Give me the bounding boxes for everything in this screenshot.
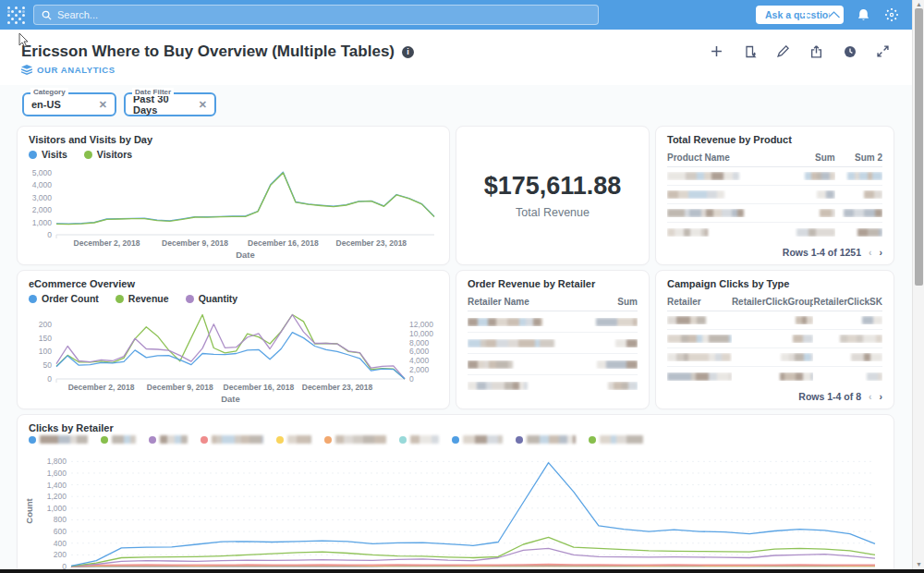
auto-refresh-clock-icon[interactable] [843, 44, 857, 58]
column-header[interactable]: Sum [779, 152, 835, 163]
legend-item[interactable] [324, 435, 386, 444]
breadcrumb[interactable]: OUR ANALYTICS [21, 65, 116, 75]
next-page-icon[interactable]: › [880, 247, 883, 258]
table-row[interactable] [667, 223, 882, 241]
card-title: Total Revenue by Product [667, 134, 792, 145]
table-row[interactable] [667, 186, 882, 204]
table-header-row: RetailerRetailerClickGroupRetailerClickS… [667, 293, 882, 311]
svg-text:1,600: 1,600 [47, 469, 67, 478]
clicks-line-chart[interactable]: 02004006008001,0001,2001,4001,6001,800De… [23, 450, 884, 573]
total-revenue-label: Total Revenue [516, 206, 590, 219]
card-ecommerce-overview: eCommerce Overview Order CountRevenueQua… [17, 270, 450, 409]
vertical-scrollbar[interactable]: ▲ ▼ [912, 0, 924, 573]
svg-text:2,000: 2,000 [32, 205, 53, 214]
legend-item[interactable]: Visitors [84, 149, 132, 160]
legend-item[interactable] [201, 435, 263, 444]
svg-text:December 2, 2018: December 2, 2018 [68, 383, 135, 392]
card-title: Visitors and Visits by Day [29, 134, 152, 145]
redacted-text [667, 172, 739, 180]
card-total-revenue: $175,611.88 Total Revenue [456, 126, 650, 265]
svg-text:December 9, 2018: December 9, 2018 [162, 238, 228, 248]
legend-label: Quantity [199, 293, 238, 304]
collections-icon[interactable] [827, 7, 842, 22]
redacted-text [857, 228, 882, 237]
table-row[interactable] [468, 354, 638, 375]
column-header[interactable]: Retailer [667, 297, 732, 307]
svg-text:200: 200 [54, 550, 67, 559]
search-input[interactable]: Search... [33, 5, 599, 25]
column-header[interactable]: Retailer Name [468, 297, 566, 307]
notifications-bell-icon[interactable] [856, 7, 870, 22]
table-cell [667, 190, 779, 199]
date-filter-clear-icon[interactable]: ✕ [199, 99, 207, 111]
legend-dot-icon [116, 295, 124, 303]
redacted-text [468, 360, 513, 369]
edit-pencil-icon[interactable] [776, 44, 790, 58]
legend-item[interactable] [276, 435, 311, 444]
table-row[interactable] [667, 367, 882, 385]
prev-page-icon[interactable]: ‹ [869, 247, 872, 258]
redacted-text [335, 435, 386, 444]
bookmark-icon[interactable] [743, 44, 757, 58]
scroll-down-icon[interactable]: ▼ [913, 560, 924, 569]
category-filter[interactable]: Category en-US ✕ [22, 92, 116, 116]
info-icon[interactable]: i [402, 46, 414, 58]
table-row[interactable] [667, 167, 882, 186]
redacted-text [287, 435, 311, 444]
svg-text:150: 150 [39, 334, 52, 343]
legend-item[interactable] [29, 435, 88, 444]
svg-text:4,000: 4,000 [32, 180, 53, 189]
svg-text:Count: Count [24, 497, 34, 523]
column-header[interactable]: Sum 2 [835, 152, 882, 163]
redacted-chart-legend[interactable] [29, 435, 643, 444]
legend-item[interactable] [149, 435, 188, 444]
table-cell [667, 316, 732, 324]
prev-page-icon[interactable]: ‹ [869, 391, 872, 402]
legend-item[interactable] [101, 435, 136, 444]
redacted-text [781, 353, 813, 361]
legend-item[interactable]: Order Count [29, 293, 99, 304]
column-header[interactable]: Product Name [667, 152, 779, 163]
add-question-icon[interactable] [710, 44, 723, 58]
svg-text:0: 0 [47, 230, 52, 239]
scrollbar-thumb[interactable] [915, 8, 923, 286]
table-row[interactable] [667, 348, 882, 367]
fullscreen-icon[interactable] [876, 44, 890, 58]
share-icon[interactable] [809, 44, 823, 58]
date-filter[interactable]: Date Filter Past 30 Days ✕ [124, 92, 216, 116]
table-cell [566, 318, 638, 326]
column-header[interactable]: RetailerClickGroup [732, 297, 814, 307]
svg-text:1,400: 1,400 [47, 481, 67, 490]
table-row[interactable] [468, 333, 638, 354]
ecommerce-line-chart[interactable]: 05010015020002,0004,0006,0008,00010,0001… [23, 308, 447, 405]
table-row[interactable] [468, 375, 638, 396]
table-cell [468, 360, 566, 369]
redacted-text [805, 172, 835, 180]
redacted-text [596, 318, 638, 326]
legend-item[interactable]: Visits [29, 149, 67, 160]
legend-label: Visitors [97, 149, 132, 160]
table-cell [813, 372, 882, 381]
next-page-icon[interactable]: › [880, 391, 883, 402]
table-row[interactable] [667, 204, 882, 223]
column-header[interactable]: RetailerClickSKU [813, 297, 882, 307]
date-filter-label: Date Filter [132, 88, 174, 96]
new-item-icon[interactable] [798, 7, 813, 22]
table-row[interactable] [667, 311, 882, 330]
metabase-logo-icon[interactable] [7, 6, 24, 23]
chart-legend: Order CountRevenueQuantity [29, 293, 237, 304]
legend-item[interactable] [589, 435, 643, 444]
column-header[interactable]: Sum [566, 297, 638, 307]
legend-item[interactable] [452, 435, 503, 444]
legend-item[interactable] [516, 435, 576, 444]
redacted-text [847, 172, 882, 180]
visits-line-chart[interactable]: 01,0002,0003,0004,0005,000December 2, 20… [23, 164, 444, 261]
legend-dot-icon [84, 151, 92, 159]
legend-item[interactable]: Revenue [116, 293, 169, 304]
settings-gear-icon[interactable] [884, 7, 899, 22]
table-row[interactable] [667, 330, 882, 348]
legend-item[interactable] [399, 435, 439, 444]
category-filter-clear-icon[interactable]: ✕ [99, 99, 107, 111]
table-row[interactable] [468, 311, 638, 333]
legend-item[interactable]: Quantity [186, 293, 238, 304]
